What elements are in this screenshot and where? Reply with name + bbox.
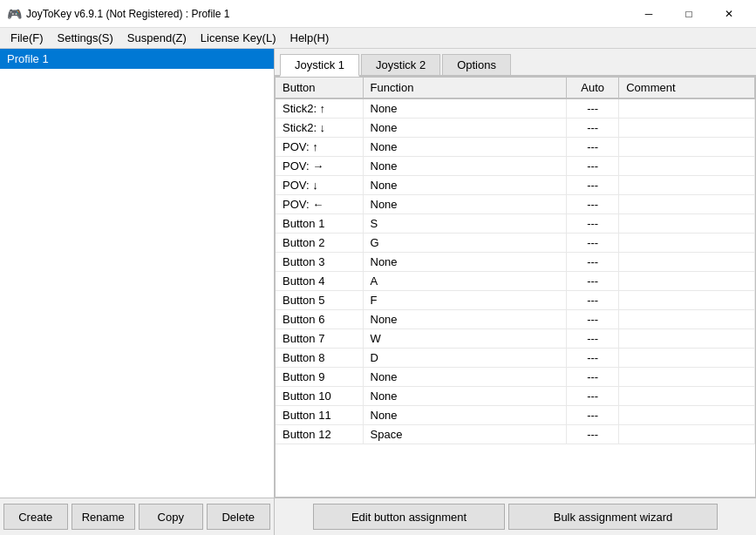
table-row[interactable]: Button 12 Space --- [276,425,755,444]
cell-function: None [363,310,567,329]
table-row[interactable]: POV: ← None --- [276,195,755,214]
bulk-assignment-wizard[interactable]: Bulk assignment wizard [508,504,718,530]
sidebar: Profile 1 Create Rename Copy Delete [0,49,275,535]
cell-auto: --- [567,349,619,368]
cell-auto: --- [567,291,619,310]
table-row[interactable]: Button 5 F --- [276,291,755,310]
copy-button[interactable]: Copy [139,504,203,530]
menu-settings[interactable]: Settings(S) [51,30,120,46]
cell-button: Button 11 [276,406,363,425]
cell-button: Button 9 [276,368,363,387]
cell-button: Stick2: ↑ [276,98,363,119]
table-row[interactable]: POV: ↑ None --- [276,138,755,157]
cell-button: Button 2 [276,234,363,253]
cell-button: POV: ↓ [276,176,363,195]
cell-function: D [363,349,567,368]
tab-joystick2[interactable]: Joystick 2 [361,54,440,75]
cell-function: None [363,195,567,214]
table-row[interactable]: Stick2: ↓ None --- [276,119,755,138]
cell-comment [619,387,755,406]
minimize-button[interactable]: ─ [629,0,669,28]
cell-comment [619,349,755,368]
table-row[interactable]: Button 8 D --- [276,349,755,368]
table-scroll[interactable]: Button Function Auto Comment Stick2: ↑ N… [276,78,755,497]
cell-auto: --- [567,138,619,157]
title-bar-text: JoyToKey v6.9.1 (Not Registered) : Profi… [26,8,629,20]
cell-function: W [363,329,567,349]
cell-button: POV: ← [276,195,363,214]
table-row[interactable]: Button 7 W --- [276,329,755,349]
cell-comment [619,253,755,272]
table-row[interactable]: Button 3 None --- [276,253,755,272]
cell-auto: --- [567,406,619,425]
maximize-button[interactable]: □ [669,0,709,28]
col-header-comment: Comment [619,78,755,98]
table-row[interactable]: Stick2: ↑ None --- [276,98,755,119]
col-header-button: Button [276,78,363,98]
cell-comment [619,98,755,119]
cell-auto: --- [567,425,619,444]
button-table-area: Button Function Auto Comment Stick2: ↑ N… [275,77,756,498]
table-row[interactable]: Button 9 None --- [276,368,755,387]
cell-button: Button 8 [276,349,363,368]
title-bar: 🎮 JoyToKey v6.9.1 (Not Registered) : Pro… [0,0,756,28]
table-row[interactable]: POV: ↓ None --- [276,176,755,195]
menu-license[interactable]: License Key(L) [194,30,283,46]
cell-auto: --- [567,387,619,406]
create-button[interactable]: Create [3,504,68,530]
tab-joystick1[interactable]: Joystick 1 [280,54,359,77]
cell-function: None [363,368,567,387]
cell-comment [619,176,755,195]
cell-auto: --- [567,98,619,119]
cell-button: Button 10 [276,387,363,406]
cell-button: POV: → [276,157,363,176]
close-button[interactable]: ✕ [709,0,749,28]
delete-button[interactable]: Delete [207,504,271,530]
cell-function: None [363,138,567,157]
cell-comment [619,329,755,349]
cell-function: None [363,406,567,425]
rename-button[interactable]: Rename [72,504,136,530]
table-row[interactable]: Button 2 G --- [276,234,755,253]
cell-auto: --- [567,253,619,272]
cell-comment [619,234,755,253]
cell-function: None [363,119,567,138]
cell-comment [619,425,755,444]
app-icon: 🎮 [7,7,21,21]
table-row[interactable]: Button 11 None --- [276,406,755,425]
table-row[interactable]: Button 6 None --- [276,310,755,329]
cell-button: Button 1 [276,214,363,234]
table-row[interactable]: Button 4 A --- [276,272,755,291]
cell-function: None [363,176,567,195]
cell-comment [619,368,755,387]
table-row[interactable]: POV: → None --- [276,157,755,176]
tab-options[interactable]: Options [442,54,511,75]
cell-auto: --- [567,310,619,329]
cell-button: Button 6 [276,310,363,329]
cell-function: None [363,98,567,119]
cell-comment [619,138,755,157]
cell-button: Button 7 [276,329,363,349]
cell-button: Stick2: ↓ [276,119,363,138]
cell-button: Button 3 [276,253,363,272]
cell-auto: --- [567,195,619,214]
cell-comment [619,272,755,291]
cell-auto: --- [567,214,619,234]
cell-function: Space [363,425,567,444]
table-row[interactable]: Button 1 S --- [276,214,755,234]
menu-suspend[interactable]: Suspend(Z) [120,30,194,46]
cell-auto: --- [567,329,619,349]
menu-file[interactable]: File(F) [3,30,51,46]
menu-bar: File(F) Settings(S) Suspend(Z) License K… [0,28,756,49]
edit-button-assignment[interactable]: Edit button assignment [313,504,505,530]
cell-function: F [363,291,567,310]
table-row[interactable]: Button 10 None --- [276,387,755,406]
menu-help[interactable]: Help(H) [283,30,337,46]
cell-function: A [363,272,567,291]
main-layout: Profile 1 Create Rename Copy Delete Joys… [0,49,756,535]
cell-auto: --- [567,234,619,253]
cell-comment [619,310,755,329]
cell-button: Button 5 [276,291,363,310]
profile-item-1[interactable]: Profile 1 [0,49,274,69]
right-panel: Joystick 1 Joystick 2 Options Button Fun… [275,49,756,535]
